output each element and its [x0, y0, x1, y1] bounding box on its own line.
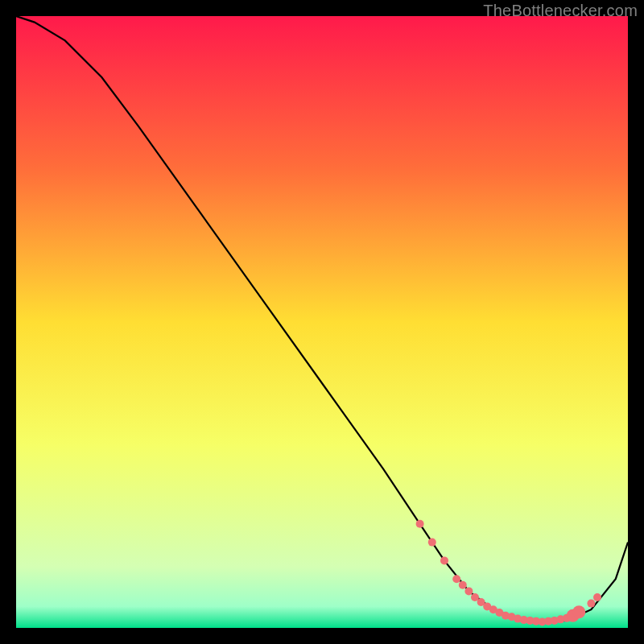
- marker-dot: [459, 581, 467, 589]
- marker-dot: [440, 556, 448, 564]
- plot-area: [16, 16, 628, 628]
- gradient-background: [16, 16, 628, 628]
- marker-dot: [464, 587, 473, 595]
- chart-frame: TheBottlenecker.com: [0, 0, 644, 644]
- marker-dot: [572, 605, 585, 618]
- marker-dot: [587, 600, 595, 608]
- marker-dot: [428, 539, 436, 547]
- marker-dot: [416, 520, 424, 528]
- bottleneck-curve-chart: [16, 16, 628, 628]
- marker-dot: [593, 593, 601, 601]
- marker-dot: [452, 575, 460, 583]
